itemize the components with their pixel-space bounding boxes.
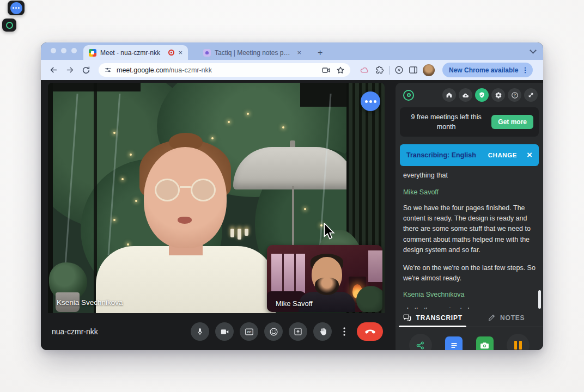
cloud-upload-button[interactable] [459,88,472,102]
tactiq-logo-icon [6,22,13,29]
browser-toolbar: meet.google.com/nua-czmr-nkk New Chrome … [41,60,543,80]
side-panel-icon[interactable] [409,66,418,74]
umbrella-pole [292,186,294,252]
toolbar-divider [389,66,390,75]
floating-tactiq-badge[interactable] [2,19,16,32]
participant-name-label: Ksenia Svechnikova [57,298,123,307]
profile-avatar[interactable] [423,64,435,76]
get-more-button[interactable]: Get more [491,115,533,129]
share-button[interactable] [409,334,432,350]
chat-dots-icon [10,2,22,14]
end-call-button[interactable] [357,322,383,341]
candles [230,229,248,240]
extensions-puzzle-icon[interactable] [375,65,384,75]
battery-saver-icon[interactable] [394,65,404,75]
camera-button[interactable] [215,322,234,341]
participant-glasses [155,179,216,203]
tactiq-favicon-icon [203,49,211,57]
transcript-text: everything that [403,170,536,181]
window-zoom-button[interactable] [71,48,77,53]
chat-bubbles-icon [403,314,412,322]
meet-page: Ksenia Svechnikova Mike Savoff [41,80,543,350]
back-button[interactable] [46,63,60,77]
tab-close-icon[interactable]: × [297,48,301,57]
tactiq-logo-icon [403,90,414,101]
close-banner-icon[interactable]: × [527,150,532,161]
notes-doc-button[interactable] [445,336,463,350]
window-controls[interactable] [51,48,77,53]
participant-video-pip[interactable]: Mike Savoff [267,245,382,312]
tab-transcript-label: TRANSCRIPT [416,314,463,322]
umbrella-canopy [233,147,355,189]
tab-meet[interactable]: Meet - nua-czmr-nkk × [83,45,188,60]
present-button[interactable] [289,322,307,341]
transcript-text: We're on the we're on the last few steps… [403,263,536,284]
home-icon [446,91,453,99]
transcript-panel[interactable]: everything that Mike Savoff So we have t… [396,166,543,309]
transcribing-status: Transcribing: English [406,151,484,159]
tab-title: Meet - nua-czmr-nkk [100,49,165,57]
transcribing-banner: Transcribing: English CHANGE × [400,144,539,166]
pip-name-label: Mike Savoff [276,299,313,308]
address-bar[interactable]: meet.google.com/nua-czmr-nkk [99,63,350,77]
meeting-code-label: nua-czmr-nkk [52,327,98,336]
mic-icon [196,327,204,336]
camera-tab-icon[interactable] [322,66,331,74]
share-icon [416,341,425,350]
settings-button[interactable] [491,88,505,102]
cloud-upload-icon [462,92,470,99]
mic-button[interactable] [191,322,209,341]
chrome-update-button[interactable]: New Chrome available ⋮ [442,63,533,77]
doc-icon [450,341,458,350]
window-close-button[interactable] [51,48,56,53]
pip-window [271,254,305,293]
forward-button[interactable] [63,63,77,77]
participant-video-main[interactable]: Ksenia Svechnikova Mike Savoff [48,83,385,313]
pause-icon [514,341,522,350]
screenshot-button[interactable] [476,336,494,350]
browser-window: Meet - nua-czmr-nkk × Tactiq | Meeting n… [41,42,543,350]
tab-notes[interactable]: NOTES [470,309,544,327]
floating-chat-badge[interactable] [8,1,25,15]
resize-panel-button[interactable] [524,88,538,102]
tab-tactiq[interactable]: Tactiq | Meeting notes power × [198,45,307,60]
resize-icon [527,91,534,99]
tab-notes-label: NOTES [500,314,525,322]
transcript-scrollbar[interactable] [538,290,541,309]
shield-check-icon [478,91,485,99]
window-minimize-button[interactable] [61,48,66,53]
change-language-button[interactable]: CHANGE [488,152,517,158]
end-call-icon [365,329,375,334]
help-button[interactable]: ? [508,88,521,102]
svg-text:?: ? [514,93,516,97]
tactiq-action-bar [396,327,543,350]
chevron-down-icon[interactable] [530,47,537,54]
more-options-button[interactable] [338,322,351,341]
quota-text: 9 free meetings left this month [405,112,487,132]
home-button[interactable] [442,88,456,102]
reload-button[interactable] [79,63,93,77]
raise-hand-icon [319,327,327,336]
present-icon [294,327,302,336]
tab-title: Tactiq | Meeting notes power [215,49,293,57]
new-tab-button[interactable]: + [314,45,326,60]
camera-icon [480,341,489,350]
bookmark-star-icon[interactable] [336,66,345,75]
extension-pink-icon[interactable] [360,66,370,75]
desktop: Meet - nua-czmr-nkk × Tactiq | Meeting n… [0,0,584,392]
reactions-button[interactable] [264,322,283,341]
browser-menu-icon[interactable]: ⋮ [521,66,528,74]
tactiq-sidebar: ? 9 free meetings left this month Get mo… [396,83,543,350]
pip-plant [356,286,382,312]
captions-button[interactable]: CC [240,322,258,341]
chat-bubble-button[interactable] [361,91,380,111]
shield-check-button[interactable] [475,88,489,102]
raise-hand-button[interactable] [313,322,332,341]
more-vert-icon [343,327,345,336]
transcript-speaker: Mike Savoff [403,188,536,196]
pause-transcription-button[interactable] [507,334,530,350]
meet-control-bar: nua-czmr-nkk CC [41,313,395,350]
tab-close-icon[interactable]: × [178,48,182,57]
meet-favicon-icon [89,49,96,57]
tab-transcript[interactable]: TRANSCRIPT [396,309,470,327]
